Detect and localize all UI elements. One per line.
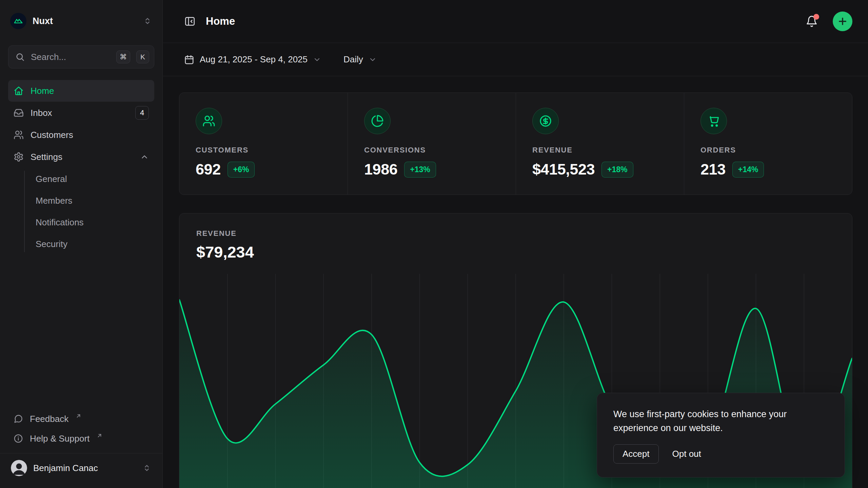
stat-card-conversions[interactable]: CONVERSIONS 1986 +13%: [348, 93, 516, 195]
help-support-link[interactable]: Help & Support: [8, 429, 154, 448]
revenue-chart-label: REVENUE: [196, 229, 835, 238]
sidebar-item-label: Settings: [31, 152, 62, 162]
notifications-button[interactable]: [806, 15, 818, 27]
external-link-icon: [96, 432, 103, 439]
user-name: Benjamin Canac: [33, 463, 98, 473]
workspace-name: Nuxt: [33, 16, 53, 26]
accept-cookies-button[interactable]: Accept: [613, 444, 659, 464]
sidebar-nav: Home Inbox 4 Customers Settings Ge: [8, 80, 154, 257]
cart-icon: [701, 108, 727, 134]
page-header: Home: [163, 0, 868, 43]
stat-delta-badge: +13%: [404, 162, 436, 178]
optout-cookies-button[interactable]: Opt out: [672, 449, 701, 459]
stat-value: 1986: [364, 161, 397, 178]
chevron-up-down-icon: [143, 16, 152, 26]
sidebar-footer: Feedback Help & Support Benjamin Canac: [8, 409, 154, 483]
add-button[interactable]: [833, 12, 852, 31]
search-input[interactable]: Search... ⌘ K: [8, 45, 154, 68]
sidebar: Nuxt Search... ⌘ K Home Inbox 4: [0, 0, 163, 488]
inbox-icon: [14, 108, 24, 118]
revenue-chart-value: $79,234: [196, 243, 835, 261]
stat-label: REVENUE: [532, 146, 668, 155]
date-range-label: Aug 21, 2025 - Sep 4, 2025: [200, 54, 308, 65]
cookie-banner: We use first-party cookies to enhance yo…: [597, 393, 845, 477]
feedback-label: Feedback: [30, 414, 68, 424]
info-circle-icon: [14, 434, 23, 443]
search-placeholder: Search...: [31, 52, 110, 62]
sidebar-item-label: Inbox: [31, 108, 52, 118]
dollar-circle-icon: [532, 108, 559, 134]
chevron-up-icon: [140, 152, 149, 161]
gear-icon: [14, 152, 24, 162]
users-icon: [14, 130, 24, 140]
stat-delta-badge: +6%: [228, 162, 255, 178]
avatar: [11, 460, 27, 476]
calendar-icon: [184, 55, 194, 65]
granularity-select[interactable]: Daily: [343, 54, 377, 65]
sidebar-item-notifications[interactable]: Notifications: [36, 211, 154, 233]
feedback-link[interactable]: Feedback: [8, 409, 154, 429]
stat-label: CONVERSIONS: [364, 146, 499, 155]
cookie-actions: Accept Opt out: [613, 444, 828, 464]
plus-icon: [838, 17, 847, 26]
revenue-chart-header: REVENUE $79,234: [179, 214, 852, 261]
nuxt-logo: [10, 13, 26, 29]
sidebar-item-members[interactable]: Members: [36, 190, 154, 211]
sidebar-item-customers[interactable]: Customers: [8, 124, 154, 146]
page-title: Home: [206, 15, 235, 27]
settings-subnav: General Members Notifications Security: [8, 168, 154, 255]
sidebar-item-security[interactable]: Security: [36, 233, 154, 255]
sidebar-item-label: Customers: [31, 130, 73, 140]
granularity-label: Daily: [343, 54, 363, 65]
sidebar-item-inbox[interactable]: Inbox 4: [8, 102, 154, 124]
kbd-k: K: [136, 50, 149, 63]
sidebar-item-label: Home: [31, 86, 54, 96]
sidebar-item-home[interactable]: Home: [8, 80, 154, 102]
stat-delta-badge: +14%: [732, 162, 764, 178]
pie-chart-icon: [364, 108, 391, 134]
kbd-cmd: ⌘: [116, 50, 130, 63]
chevron-down-icon: [313, 56, 321, 64]
stat-value: $415,523: [532, 161, 595, 178]
inbox-count-badge: 4: [135, 106, 149, 120]
stat-delta-badge: +18%: [601, 162, 633, 178]
stat-card-revenue[interactable]: REVENUE $415,523 +18%: [516, 93, 684, 195]
stat-label: ORDERS: [701, 146, 836, 155]
search-icon: [15, 52, 25, 62]
stat-label: CUSTOMERS: [196, 146, 331, 155]
sidebar-item-settings[interactable]: Settings: [8, 146, 154, 168]
help-support-label: Help & Support: [30, 433, 90, 444]
stat-card-customers[interactable]: CUSTOMERS 692 +6%: [179, 93, 348, 195]
chevron-down-icon: [369, 56, 377, 64]
user-menu[interactable]: Benjamin Canac: [8, 453, 154, 483]
stat-value: 692: [196, 161, 221, 178]
filters-toolbar: Aug 21, 2025 - Sep 4, 2025 Daily: [163, 43, 868, 76]
users-icon: [196, 108, 222, 134]
stat-card-orders[interactable]: ORDERS 213 +14%: [684, 93, 852, 195]
chevron-up-down-icon: [142, 463, 152, 473]
chat-bubble-icon: [14, 414, 23, 424]
sidebar-item-general[interactable]: General: [36, 168, 154, 190]
house-icon: [14, 86, 24, 96]
collapse-sidebar-icon[interactable]: [184, 16, 196, 27]
header-actions: [806, 12, 852, 31]
stats-cards: CUSTOMERS 692 +6% CONVERSIONS 1986 +13%: [179, 93, 852, 195]
cookie-message: We use first-party cookies to enhance yo…: [613, 407, 814, 435]
stat-value: 213: [701, 161, 726, 178]
external-link-icon: [75, 413, 82, 419]
date-range-picker[interactable]: Aug 21, 2025 - Sep 4, 2025: [184, 54, 321, 65]
workspace-switcher[interactable]: Nuxt: [10, 12, 152, 30]
notification-dot: [813, 14, 819, 20]
